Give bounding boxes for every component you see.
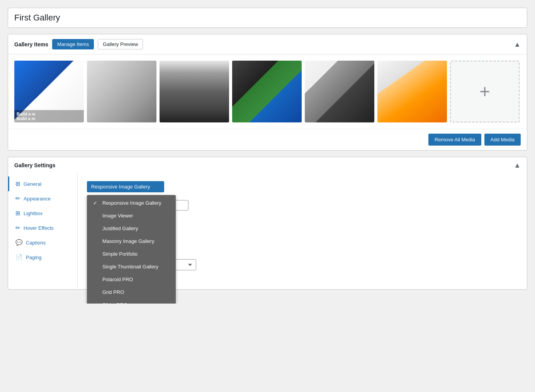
general-icon: ⊞ [15,180,20,187]
dropdown-label-image-viewer: Image Viewer [102,213,133,219]
dropdown-item-single-thumbnail-gallery[interactable]: Single Thumbnail Gallery [87,260,176,273]
hover-effects-icon: ✏ [15,224,20,231]
gallery-items-panel: Gallery Items Manage Items Gallery Previ… [8,34,527,151]
paging-icon: 📄 [15,254,23,261]
gallery-type-select-wrapper: Responsive Image Gallery Image Viewer Ju… [87,181,164,192]
gallery-title-input[interactable] [14,13,521,23]
gallery-settings-collapse-btn[interactable]: ▲ [514,162,521,169]
dropdown-item-slider-pro[interactable]: Slider PRO [87,299,176,304]
gallery-items-header-left: Gallery Items Manage Items Gallery Previ… [14,39,143,49]
plus-icon: + [479,82,490,101]
gallery-thumb-1[interactable]: Build a wbuild a m [14,61,84,122]
dropdown-label-grid-pro: Grid PRO [102,289,124,295]
sidebar-item-hover-effects[interactable]: ✏ Hover Effects [8,221,77,235]
dropdown-item-polaroid-pro[interactable]: Polaroid PRO [87,273,176,286]
dropdown-item-grid-pro[interactable]: Grid PRO [87,286,176,299]
gallery-settings-title: Gallery Settings [14,162,56,168]
remove-all-media-button[interactable]: Remove All Media [428,134,481,146]
sidebar-item-captions-label: Captions [26,240,46,246]
gallery-type-dropdown: ✓ Responsive Image Gallery Image Viewer … [87,195,176,304]
gallery-thumb-5[interactable] [305,61,374,122]
settings-layout: ⊞ General ✏ Appearance ⊞ Lightbox ✏ Hove… [8,173,527,289]
sidebar-item-captions[interactable]: 💬 Captions [8,235,77,250]
gallery-items-title: Gallery Items [14,41,48,48]
appearance-icon: ✏ [15,195,20,202]
tab-gallery-preview[interactable]: Gallery Preview [98,39,143,49]
gallery-grid: Build a wbuild a m + [14,61,521,122]
sidebar-item-lightbox[interactable]: ⊞ Lightbox [8,206,77,221]
gallery-items-area: Build a wbuild a m + [8,54,527,129]
dropdown-label-masonry: Masonry Image Gallery [102,238,154,244]
lightbox-icon: ⊞ [15,210,20,217]
sidebar-item-general[interactable]: ⊞ General [8,176,77,191]
dropdown-label-slider-pro: Slider PRO [102,302,127,304]
dropdown-label-polaroid-pro: Polaroid PRO [102,277,133,282]
sidebar-item-appearance[interactable]: ✏ Appearance [8,191,77,206]
gallery-items-header: Gallery Items Manage Items Gallery Previ… [8,34,527,54]
gallery-items-collapse-btn[interactable]: ▲ [514,41,521,48]
sidebar-item-paging-label: Paging [26,255,41,260]
sidebar-item-paging[interactable]: 📄 Paging [8,250,77,265]
dropdown-label-single-thumbnail: Single Thumbnail Gallery [102,264,158,270]
dropdown-item-masonry-image-gallery[interactable]: Masonry Image Gallery [87,235,176,248]
settings-sidebar: ⊞ General ✏ Appearance ⊞ Lightbox ✏ Hove… [8,173,78,289]
sidebar-item-appearance-label: Appearance [24,196,51,202]
dropdown-item-justified-gallery[interactable]: Justified Gallery [87,222,176,235]
gallery-settings-panel: Gallery Settings ▲ ⊞ General ✏ Appearanc… [8,157,527,290]
gallery-settings-header: Gallery Settings ▲ [8,157,527,173]
gallery-type-select[interactable]: Responsive Image Gallery Image Viewer Ju… [87,181,164,192]
sidebar-item-general-label: General [24,181,41,187]
dropdown-label-justified-gallery: Justified Gallery [102,226,138,231]
captions-icon: 💬 [15,239,23,246]
gallery-actions: Remove All Media Add Media [8,129,527,150]
gallery-thumb-2[interactable] [87,61,156,122]
sidebar-item-hover-effects-label: Hover Effects [24,225,54,231]
dropdown-label-responsive: Responsive Image Gallery [102,200,161,206]
gallery-thumb-3[interactable] [160,61,229,122]
check-icon: ✓ [93,200,99,206]
add-item-placeholder[interactable]: + [450,61,520,122]
gallery-type-row: Responsive Image Gallery Image Viewer Ju… [87,181,518,192]
gallery-thumb-4[interactable] [232,61,302,122]
gallery-thumb-6[interactable] [377,61,447,122]
gallery-title-bar [8,8,527,28]
thumb-label-1: Build a wbuild a m [14,110,84,122]
dropdown-item-simple-portfolio[interactable]: Simple Portfolio [87,248,176,260]
add-media-button[interactable]: Add Media [484,134,521,146]
sidebar-item-lightbox-label: Lightbox [24,210,42,216]
tab-manage-items[interactable]: Manage Items [52,39,94,49]
dropdown-item-image-viewer[interactable]: Image Viewer [87,209,176,222]
dropdown-label-simple-portfolio: Simple Portfolio [102,251,138,257]
settings-content: Responsive Image Gallery Image Viewer Ju… [78,173,527,289]
dropdown-item-responsive-image-gallery[interactable]: ✓ Responsive Image Gallery [87,197,176,209]
